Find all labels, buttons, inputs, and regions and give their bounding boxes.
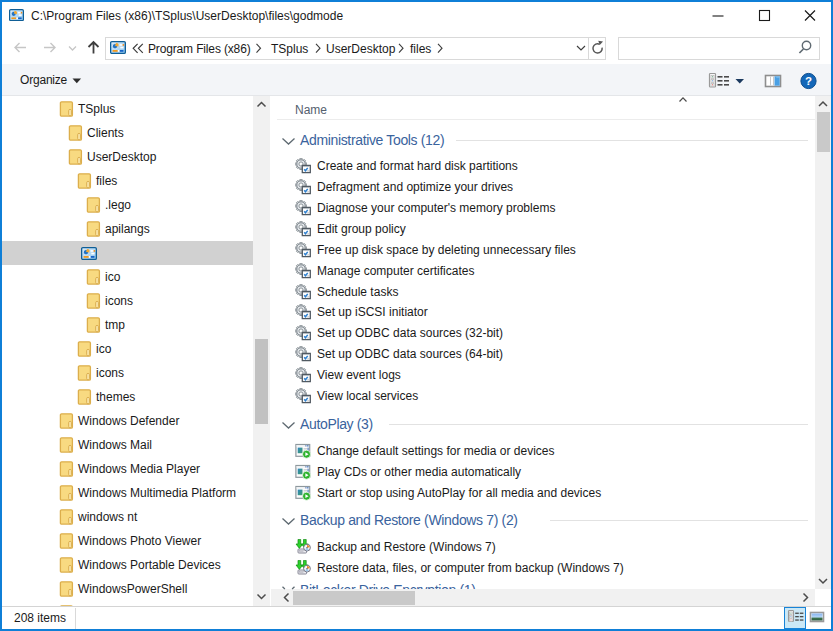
svg-text:?: ? [805, 75, 812, 87]
